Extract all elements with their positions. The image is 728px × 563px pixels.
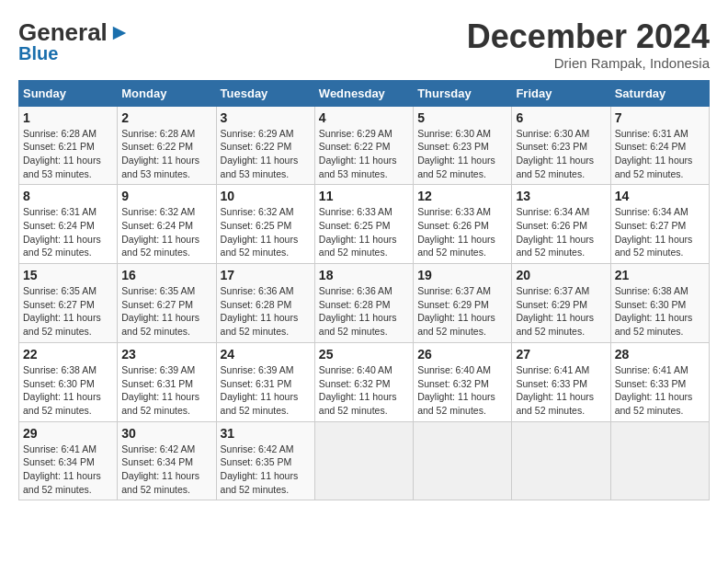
day-number: 3 <box>221 110 311 125</box>
calendar-cell: 4 Sunrise: 6:29 AM Sunset: 6:22 PM Dayli… <box>314 106 413 185</box>
day-info: Sunrise: 6:28 AM Sunset: 6:21 PM Dayligh… <box>23 127 113 181</box>
title-block: December 2024 Drien Rampak, Indonesia <box>467 18 710 71</box>
calendar-cell <box>414 421 512 500</box>
calendar-cell: 3 Sunrise: 6:29 AM Sunset: 6:22 PM Dayli… <box>216 106 314 185</box>
day-info: Sunrise: 6:36 AM Sunset: 6:28 PM Dayligh… <box>221 284 311 339</box>
day-number: 31 <box>221 426 311 441</box>
calendar-cell: 21 Sunrise: 6:38 AM Sunset: 6:30 PM Dayl… <box>610 264 709 343</box>
day-info: Sunrise: 6:32 AM Sunset: 6:24 PM Dayligh… <box>121 205 211 259</box>
calendar-cell: 15 Sunrise: 6:35 AM Sunset: 6:27 PM Dayl… <box>19 264 118 343</box>
day-number: 9 <box>121 189 211 203</box>
calendar-cell <box>512 421 610 500</box>
calendar-cell: 8 Sunrise: 6:31 AM Sunset: 6:24 PM Dayli… <box>19 185 118 264</box>
week-row-5: 29 Sunrise: 6:41 AM Sunset: 6:34 PM Dayl… <box>19 421 710 500</box>
day-number: 19 <box>417 268 507 282</box>
header-cell-saturday: Saturday <box>610 80 709 106</box>
day-number: 6 <box>516 110 606 125</box>
day-info: Sunrise: 6:30 AM Sunset: 6:23 PM Dayligh… <box>417 127 507 181</box>
day-number: 29 <box>23 426 113 441</box>
day-info: Sunrise: 6:42 AM Sunset: 6:35 PM Dayligh… <box>221 442 311 497</box>
calendar-cell: 31 Sunrise: 6:42 AM Sunset: 6:35 PM Dayl… <box>216 421 314 500</box>
day-info: Sunrise: 6:29 AM Sunset: 6:22 PM Dayligh… <box>319 127 409 181</box>
calendar-cell: 24 Sunrise: 6:39 AM Sunset: 6:31 PM Dayl… <box>216 342 314 421</box>
week-row-3: 15 Sunrise: 6:35 AM Sunset: 6:27 PM Dayl… <box>19 264 710 343</box>
logo-blue: Blue <box>18 43 58 64</box>
day-number: 26 <box>417 347 507 362</box>
calendar-cell: 29 Sunrise: 6:41 AM Sunset: 6:34 PM Dayl… <box>19 421 118 500</box>
day-number: 23 <box>121 347 211 362</box>
month-title: December 2024 <box>467 18 710 55</box>
svg-marker-0 <box>113 26 126 39</box>
calendar-cell: 28 Sunrise: 6:41 AM Sunset: 6:33 PM Dayl… <box>610 342 709 421</box>
day-number: 7 <box>615 110 705 125</box>
calendar-cell: 26 Sunrise: 6:40 AM Sunset: 6:32 PM Dayl… <box>414 342 512 421</box>
calendar-cell: 13 Sunrise: 6:34 AM Sunset: 6:26 PM Dayl… <box>512 185 610 264</box>
day-number: 4 <box>319 110 409 125</box>
day-info: Sunrise: 6:31 AM Sunset: 6:24 PM Dayligh… <box>615 127 705 181</box>
calendar-cell: 1 Sunrise: 6:28 AM Sunset: 6:21 PM Dayli… <box>19 106 118 185</box>
calendar-cell <box>610 421 709 500</box>
header-cell-friday: Friday <box>512 80 610 106</box>
day-number: 30 <box>121 426 211 441</box>
calendar-header-row: SundayMondayTuesdayWednesdayThursdayFrid… <box>19 80 710 106</box>
day-info: Sunrise: 6:37 AM Sunset: 6:29 PM Dayligh… <box>516 284 606 339</box>
day-info: Sunrise: 6:42 AM Sunset: 6:34 PM Dayligh… <box>121 442 211 497</box>
day-info: Sunrise: 6:35 AM Sunset: 6:27 PM Dayligh… <box>121 284 211 339</box>
day-info: Sunrise: 6:40 AM Sunset: 6:32 PM Dayligh… <box>319 363 409 418</box>
day-number: 24 <box>221 347 311 362</box>
calendar-cell: 2 Sunrise: 6:28 AM Sunset: 6:22 PM Dayli… <box>118 106 216 185</box>
day-info: Sunrise: 6:32 AM Sunset: 6:25 PM Dayligh… <box>221 205 311 259</box>
calendar-cell: 19 Sunrise: 6:37 AM Sunset: 6:29 PM Dayl… <box>414 264 512 343</box>
day-number: 25 <box>319 347 409 362</box>
day-info: Sunrise: 6:41 AM Sunset: 6:34 PM Dayligh… <box>23 442 113 497</box>
day-number: 8 <box>23 189 113 203</box>
day-number: 10 <box>221 189 311 203</box>
day-info: Sunrise: 6:29 AM Sunset: 6:22 PM Dayligh… <box>221 127 311 181</box>
calendar-cell: 5 Sunrise: 6:30 AM Sunset: 6:23 PM Dayli… <box>414 106 512 185</box>
day-number: 28 <box>615 347 705 362</box>
header-cell-sunday: Sunday <box>19 80 118 106</box>
calendar-cell: 16 Sunrise: 6:35 AM Sunset: 6:27 PM Dayl… <box>118 264 216 343</box>
calendar-cell: 12 Sunrise: 6:33 AM Sunset: 6:26 PM Dayl… <box>414 185 512 264</box>
calendar-cell: 20 Sunrise: 6:37 AM Sunset: 6:29 PM Dayl… <box>512 264 610 343</box>
calendar-cell: 14 Sunrise: 6:34 AM Sunset: 6:27 PM Dayl… <box>610 185 709 264</box>
calendar-cell: 25 Sunrise: 6:40 AM Sunset: 6:32 PM Dayl… <box>314 342 413 421</box>
week-row-4: 22 Sunrise: 6:38 AM Sunset: 6:30 PM Dayl… <box>19 342 710 421</box>
day-number: 16 <box>121 268 211 282</box>
calendar-cell: 23 Sunrise: 6:39 AM Sunset: 6:31 PM Dayl… <box>118 342 216 421</box>
day-info: Sunrise: 6:38 AM Sunset: 6:30 PM Dayligh… <box>23 363 113 418</box>
day-info: Sunrise: 6:40 AM Sunset: 6:32 PM Dayligh… <box>417 363 507 418</box>
day-info: Sunrise: 6:39 AM Sunset: 6:31 PM Dayligh… <box>221 363 311 418</box>
logo: General Blue <box>18 18 128 64</box>
page-header: General Blue December 2024 Drien Rampak,… <box>18 18 710 71</box>
day-number: 22 <box>23 347 113 362</box>
header-cell-tuesday: Tuesday <box>216 80 314 106</box>
day-number: 14 <box>615 189 705 203</box>
logo-flag-icon <box>111 25 128 41</box>
day-info: Sunrise: 6:31 AM Sunset: 6:24 PM Dayligh… <box>23 205 113 259</box>
day-info: Sunrise: 6:39 AM Sunset: 6:31 PM Dayligh… <box>121 363 211 418</box>
calendar-cell: 22 Sunrise: 6:38 AM Sunset: 6:30 PM Dayl… <box>19 342 118 421</box>
calendar-cell: 11 Sunrise: 6:33 AM Sunset: 6:25 PM Dayl… <box>314 185 413 264</box>
day-info: Sunrise: 6:34 AM Sunset: 6:26 PM Dayligh… <box>516 205 606 259</box>
day-info: Sunrise: 6:35 AM Sunset: 6:27 PM Dayligh… <box>23 284 113 339</box>
week-row-1: 1 Sunrise: 6:28 AM Sunset: 6:21 PM Dayli… <box>19 106 710 185</box>
day-info: Sunrise: 6:41 AM Sunset: 6:33 PM Dayligh… <box>516 363 606 418</box>
day-info: Sunrise: 6:33 AM Sunset: 6:25 PM Dayligh… <box>319 205 409 259</box>
calendar-cell: 30 Sunrise: 6:42 AM Sunset: 6:34 PM Dayl… <box>118 421 216 500</box>
day-number: 13 <box>516 189 606 203</box>
day-info: Sunrise: 6:38 AM Sunset: 6:30 PM Dayligh… <box>615 284 705 339</box>
calendar-cell: 6 Sunrise: 6:30 AM Sunset: 6:23 PM Dayli… <box>512 106 610 185</box>
location: Drien Rampak, Indonesia <box>467 55 710 71</box>
calendar-cell: 17 Sunrise: 6:36 AM Sunset: 6:28 PM Dayl… <box>216 264 314 343</box>
calendar-table: SundayMondayTuesdayWednesdayThursdayFrid… <box>18 80 710 501</box>
day-number: 15 <box>23 268 113 282</box>
day-number: 20 <box>516 268 606 282</box>
day-number: 17 <box>221 268 311 282</box>
day-number: 27 <box>516 347 606 362</box>
day-number: 5 <box>417 110 507 125</box>
week-row-2: 8 Sunrise: 6:31 AM Sunset: 6:24 PM Dayli… <box>19 185 710 264</box>
day-info: Sunrise: 6:36 AM Sunset: 6:28 PM Dayligh… <box>319 284 409 339</box>
day-number: 18 <box>319 268 409 282</box>
calendar-cell: 27 Sunrise: 6:41 AM Sunset: 6:33 PM Dayl… <box>512 342 610 421</box>
